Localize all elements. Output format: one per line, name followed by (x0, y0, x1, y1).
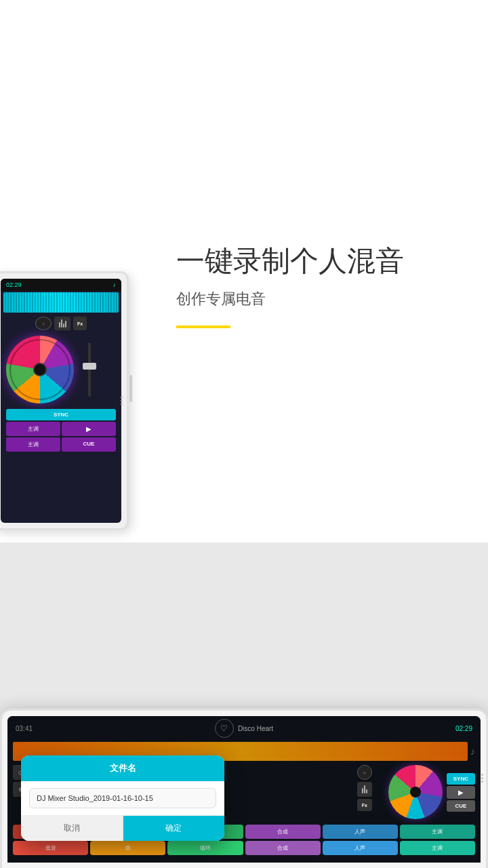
sync-row: SYNC (6, 409, 116, 420)
music-note-bottom: ♪ (470, 742, 475, 761)
main-row: 主调 ▶ (6, 422, 116, 436)
pad-key-2[interactable]: 主调 (400, 841, 475, 855)
dialog-buttons: 取消 确定 (21, 815, 224, 841)
tablet-dots (121, 397, 123, 406)
pad-bass-2[interactable]: 低音 (13, 841, 88, 855)
sync-btn-top[interactable]: SYNC (6, 409, 116, 420)
text-area: 一键录制个人混音 创作专属电音 (176, 244, 474, 328)
time-right-bottom: 02:29 (455, 725, 472, 732)
cancel-button[interactable]: 取消 (21, 816, 123, 841)
main-controls-area: ◇ ⚙ (7, 762, 481, 822)
pad-row-2: 低音 鼓 循环 合成 人声 主调 (13, 841, 475, 855)
waveform-top (3, 292, 119, 313)
pad-vocal-2[interactable]: 人声 (323, 841, 398, 855)
dj-bottom-btns: SYNC 主调 ▶ 主调 CUE (1, 406, 121, 454)
turntable-area (1, 333, 121, 406)
turntable-top[interactable] (6, 336, 74, 403)
tablet-dots-bottom (481, 774, 483, 783)
time-left-bottom: 03:41 (16, 725, 33, 732)
header-center: ♡ Disco Heart (215, 719, 273, 738)
heartbeat-icon: ♡ (215, 719, 234, 738)
sub-title: 创作专属电音 (176, 289, 474, 309)
pad-synth-2[interactable]: 合成 (245, 841, 321, 855)
tablet-mockup-top: 02:29 ♪ ○ Fx (0, 271, 129, 530)
tablet-screen-top: 02:29 ♪ ○ Fx (1, 279, 121, 523)
fader-area-top (79, 336, 100, 403)
bottom-dj-header: 03:41 ♡ Disco Heart 02:29 (7, 716, 481, 741)
tablet-screen-bottom: 03:41 ♡ Disco Heart 02:29 ♪ ◇ (7, 716, 481, 863)
loop-btn[interactable]: ○ (35, 317, 52, 330)
music-note-top: ♪ (113, 281, 117, 288)
tablet-mockup-bottom: 03:41 ♡ Disco Heart 02:29 ♪ ◇ (0, 709, 488, 868)
dialog-title: 文件名 (21, 755, 224, 781)
dj-top-bar: 02:29 ♪ (1, 279, 121, 291)
pad-drum-2[interactable]: 鼓 (90, 841, 165, 855)
fader-track-top[interactable] (88, 342, 91, 397)
turntable-center (33, 363, 47, 376)
time-display-top: 02:29 (6, 281, 22, 288)
main-title: 一键录制个人混音 (176, 244, 474, 278)
fx-btn-top[interactable]: Fx (73, 317, 87, 330)
bottom-section: 03:41 ♡ Disco Heart 02:29 ♪ ◇ (0, 542, 488, 868)
cue-row: 主调 CUE (6, 437, 116, 452)
main-btn-2[interactable]: 主调 (6, 437, 60, 452)
tablet-side-handle-top (129, 375, 132, 402)
cue-btn-top[interactable]: CUE (62, 437, 116, 452)
track-name-bottom: Disco Heart (238, 725, 273, 732)
main-btn-1[interactable]: 主调 (6, 422, 60, 436)
dj-controls-row: ○ Fx (1, 314, 121, 333)
fader-handle-top[interactable] (83, 363, 96, 370)
dialog-input-row (21, 781, 224, 815)
play-btn-top[interactable]: ▶ (62, 422, 116, 436)
confirm-button[interactable]: 确定 (123, 816, 225, 841)
eq-btn[interactable] (54, 317, 70, 330)
filename-input[interactable] (29, 788, 216, 808)
yellow-divider (176, 326, 230, 328)
pad-loop-2[interactable]: 循环 (167, 841, 243, 855)
top-section: 一键录制个人混音 创作专属电音 02:29 ♪ ○ (0, 0, 488, 549)
dialog-overlay: 文件名 取消 确定 (21, 755, 467, 841)
dialog-box: 文件名 取消 确定 (21, 755, 224, 841)
